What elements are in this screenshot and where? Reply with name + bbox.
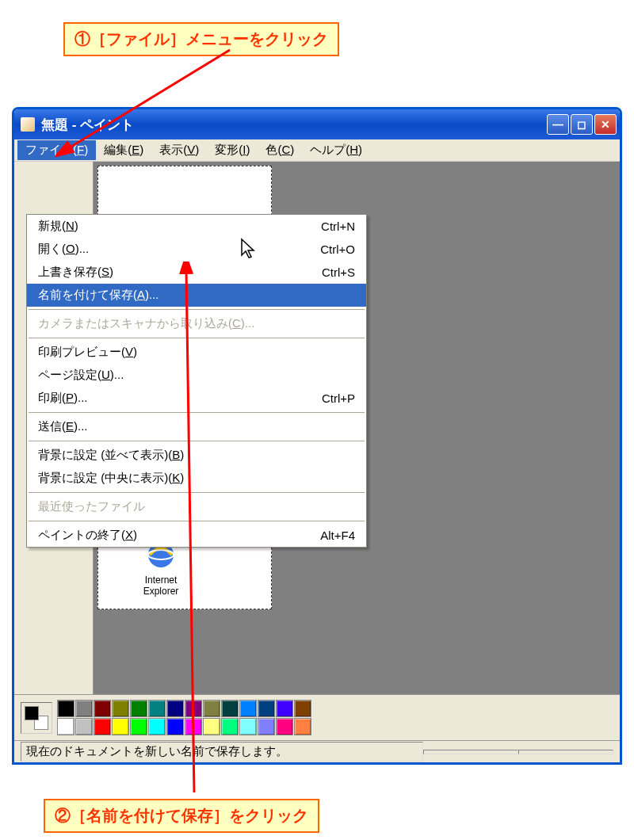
color-swatch[interactable] xyxy=(112,718,129,735)
foreground-background-selector[interactable] xyxy=(21,702,52,734)
menu-separator xyxy=(29,338,365,338)
menu-item: カメラまたはスキャナから取り込み(C)... xyxy=(27,312,366,335)
color-swatch[interactable] xyxy=(185,700,202,717)
color-swatch[interactable] xyxy=(94,700,111,717)
color-swatch[interactable] xyxy=(166,718,184,735)
color-swatch[interactable] xyxy=(112,700,129,717)
color-swatch[interactable] xyxy=(203,718,220,735)
minimize-button[interactable]: — xyxy=(547,114,569,135)
menu-item[interactable]: ページ設定(U)... xyxy=(27,364,366,387)
cursor-icon xyxy=(240,238,256,260)
color-swatch[interactable] xyxy=(276,700,293,717)
menu-item[interactable]: 名前を付けて保存(A)... xyxy=(27,284,366,307)
annotation-step-1: ①［ファイル］メニューをクリック xyxy=(63,22,339,56)
menu-separator xyxy=(29,441,365,441)
menu-item[interactable]: 背景に設定 (並べて表示)(B) xyxy=(27,444,366,467)
menu-item: 最近使ったファイル xyxy=(27,495,366,518)
menubar: ファイル(F)編集(E)表示(V)変形(I)色(C)ヘルプ(H) xyxy=(14,139,620,162)
window-title: 無題 - ペイント xyxy=(41,116,545,134)
menu-item[interactable]: 背景に設定 (中央に表示)(K) xyxy=(27,467,366,490)
color-swatch[interactable] xyxy=(294,700,311,717)
color-swatch[interactable] xyxy=(221,718,239,735)
close-button[interactable]: ✕ xyxy=(594,114,617,135)
menu-v[interactable]: 表示(V) xyxy=(151,140,207,160)
color-swatch[interactable] xyxy=(94,718,111,735)
color-swatch[interactable] xyxy=(203,700,220,717)
menu-i[interactable]: 変形(I) xyxy=(207,140,258,160)
ie-label-2: Explorer xyxy=(142,586,180,597)
menu-item[interactable]: 印刷プレビュー(V) xyxy=(27,341,366,364)
color-swatch[interactable] xyxy=(148,718,166,735)
menu-item[interactable]: ペイントの終了(X)Alt+F4 xyxy=(27,524,366,547)
menu-separator xyxy=(29,412,365,413)
menu-item[interactable]: 印刷(P)...Ctrl+P xyxy=(27,387,366,410)
status-cell-2 xyxy=(423,750,518,754)
menu-separator xyxy=(29,521,365,521)
foreground-color-swatch xyxy=(25,706,39,720)
ie-label-1: Internet xyxy=(142,575,180,586)
menu-item[interactable]: 上書き保存(S)Ctrl+S xyxy=(27,261,366,284)
color-swatch[interactable] xyxy=(258,700,275,717)
menu-c[interactable]: 色(C) xyxy=(258,140,302,160)
color-swatch[interactable] xyxy=(276,718,293,735)
status-text: 現在のドキュメントを新しい名前で保存します。 xyxy=(21,742,423,762)
file-menu-dropdown: 新規(N)Ctrl+N開く(O)...Ctrl+O上書き保存(S)Ctrl+S名… xyxy=(26,214,367,548)
color-swatch[interactable] xyxy=(221,700,239,717)
color-swatch[interactable] xyxy=(57,700,74,717)
menu-e[interactable]: 編集(E) xyxy=(96,140,151,160)
color-swatch[interactable] xyxy=(239,718,257,735)
color-swatch[interactable] xyxy=(75,718,93,735)
color-swatch[interactable] xyxy=(185,718,202,735)
menu-f[interactable]: ファイル(F) xyxy=(17,140,96,160)
color-swatch[interactable] xyxy=(75,700,93,717)
menu-item[interactable]: 送信(E)... xyxy=(27,415,366,438)
color-swatch[interactable] xyxy=(57,718,74,735)
color-palette xyxy=(57,700,311,735)
color-swatch[interactable] xyxy=(258,718,275,735)
color-swatch[interactable] xyxy=(130,718,147,735)
menu-h[interactable]: ヘルプ(H) xyxy=(302,140,370,160)
app-icon xyxy=(21,117,35,132)
color-palette-bar xyxy=(14,694,620,740)
color-swatch[interactable] xyxy=(294,718,311,735)
color-swatch[interactable] xyxy=(148,700,166,717)
menu-separator xyxy=(29,492,365,493)
statusbar: 現在のドキュメントを新しい名前で保存します。 xyxy=(14,740,620,762)
menu-item[interactable]: 開く(O)...Ctrl+O xyxy=(27,238,366,261)
status-cell-3 xyxy=(518,750,613,754)
client-area: Internet Explorer 新規(N)Ctrl+N開く(O)...Ctr… xyxy=(14,162,620,694)
color-swatch[interactable] xyxy=(239,700,257,717)
color-swatch[interactable] xyxy=(166,700,184,717)
color-swatch[interactable] xyxy=(130,700,147,717)
menu-separator xyxy=(29,309,365,310)
paint-window: 無題 - ペイント — ◻ ✕ ファイル(F)編集(E)表示(V)変形(I)色(… xyxy=(12,107,622,765)
annotation-step-2: ②［名前を付けて保存］をクリック xyxy=(44,799,319,833)
menu-item[interactable]: 新規(N)Ctrl+N xyxy=(27,215,366,238)
titlebar[interactable]: 無題 - ペイント — ◻ ✕ xyxy=(14,109,620,139)
maximize-button[interactable]: ◻ xyxy=(571,114,593,135)
